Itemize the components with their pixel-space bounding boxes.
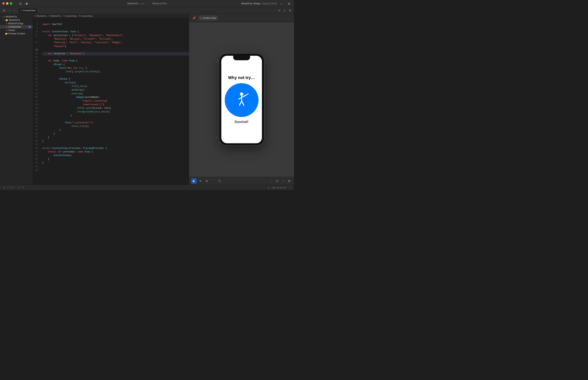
zoom-in-button[interactable]: ＋ <box>281 178 286 184</box>
ln-10: 10 <box>33 30 38 34</box>
author-highlight-button[interactable]: ⇥ <box>276 8 281 13</box>
code-31 <box>42 117 189 121</box>
preview-pin-button[interactable]: 📌 <box>191 15 197 21</box>
preview-info-button[interactable]: ⓘ <box>217 178 222 184</box>
preview-grid-button[interactable]: ⊞ <box>204 178 209 184</box>
zoom-out-button[interactable]: － <box>268 178 274 184</box>
code-34: } <box>42 128 189 132</box>
code-editor[interactable]: 7 8 9 10 11 12 12 12 13 14 15 16 17 18 1… <box>33 18 189 185</box>
ln-21: 21 <box>33 77 38 81</box>
bc-icon3: S <box>63 15 65 17</box>
ln-29: 29 <box>33 106 38 110</box>
statusbar-right: Line: 13 Col: 30 ⊡ <box>268 186 292 189</box>
code-17: Text("Why not try…") <box>42 66 189 70</box>
ln-44: 44 <box>33 161 38 165</box>
ln-22: 22 <box>33 81 38 85</box>
bc-item4[interactable]: ContentView <box>81 15 93 17</box>
code-8: import SwiftUI <box>42 23 189 26</box>
split-view-button[interactable]: ⊞ <box>286 1 292 6</box>
code-9 <box>42 26 189 30</box>
preview-duplicate-button[interactable]: ⧉ <box>198 178 203 184</box>
code-14 <box>42 56 189 59</box>
status-dot <box>268 187 269 188</box>
sidebar-item-whynottry-root[interactable]: ▾ ◻ WhyNotTry <box>0 15 33 19</box>
app-circle <box>225 83 259 117</box>
app-sport-name: Baseball! <box>234 120 248 124</box>
code-36: } <box>42 136 189 139</box>
bc-item2[interactable]: WhyNotTry <box>51 15 61 17</box>
status-time: Today at 18:58 <box>262 2 277 5</box>
tab-contentview[interactable]: S ContentView <box>19 8 38 13</box>
preview-title-button[interactable]: ◻ Content View <box>198 15 218 21</box>
statusbar-btn2[interactable]: ⊞ <box>21 186 25 189</box>
iphone-screen: Why not try… <box>221 56 262 143</box>
tab-bar: S ContentView <box>18 8 38 13</box>
preview-bottom-bar: ▶ ⧉ ⊞ 📱 ⓘ － ⊡ ＋ ⊠ <box>189 177 294 185</box>
ln-42: 42 <box>33 154 38 157</box>
add-tab-button[interactable]: + <box>279 1 284 6</box>
sidebar-item-whynottryapp[interactable]: S WhyNotTryApp <box>0 22 33 25</box>
sidebar-item-contentview[interactable]: S ContentView M <box>0 25 33 29</box>
sidebar-item-assets[interactable]: ◈ Assets <box>0 29 33 32</box>
close-button[interactable] <box>2 2 5 5</box>
preview-play-button[interactable]: ▶ <box>191 178 197 184</box>
filter-icon: ⊙ <box>7 186 8 189</box>
bc-icon1: S <box>34 15 36 17</box>
code-11c: "Fencing", "Golf", "Hiking", "Lacrosse",… <box>42 41 189 44</box>
statusbar-left: + ⊙ Filter <box>2 186 14 189</box>
minimap-button[interactable]: ≡ <box>282 8 287 13</box>
ln-39: 39 <box>33 143 38 146</box>
baseball-figure-icon <box>232 91 251 110</box>
statusbar-btn1[interactable]: ⊡ <box>17 186 20 189</box>
code-18: .font(.largeTitle.bold()) <box>42 70 189 74</box>
preview-device-button[interactable]: 📱 <box>210 178 216 184</box>
code-7 <box>42 19 189 23</box>
code-21: Circle() <box>42 81 189 85</box>
inspector-button[interactable]: ⊟ <box>288 8 292 13</box>
toolbar-left: ⊞ ‹ › <box>1 8 17 13</box>
ln-8: 8 <box>33 23 38 26</box>
sidebar-item-preview-content[interactable]: › 📁 Preview Content <box>0 32 33 35</box>
code-28: .font(.system(size: 144)) <box>42 106 189 110</box>
sidebar-label-preview: Preview Content <box>8 32 25 35</box>
minimize-button[interactable] <box>6 2 8 5</box>
chevron-down-icon2: ▾ <box>4 19 5 21</box>
group-folder-icon: 📁 <box>5 19 8 21</box>
content-view-icon: ◻ <box>200 17 202 19</box>
bc-item1[interactable]: WhyNotTry <box>37 15 47 17</box>
code-11d: "Squash"] <box>42 45 189 48</box>
titlebar-right: WhyNotTry: Ready | Today at 18:58 + ⊞ <box>241 1 292 6</box>
run-button[interactable]: ▶ <box>25 1 29 6</box>
assets-icon: ◈ <box>6 29 7 32</box>
code-43: } <box>42 161 189 165</box>
sidebar-toggle-button[interactable]: ⊞ <box>18 1 23 6</box>
sidebar-item-whynottry-group[interactable]: ▾ 📁 WhyNotTry <box>0 19 33 22</box>
code-10: struct ContentView: View { <box>42 30 189 34</box>
nav-forward-button[interactable]: › <box>12 8 17 13</box>
add-file-button[interactable]: + <box>2 186 6 189</box>
ln-40: 40 <box>33 147 38 150</box>
sidebar-label-root: WhyNotTry <box>6 15 17 18</box>
preview-folder-icon: 📁 <box>5 33 8 35</box>
bc-item3[interactable]: ContentView <box>65 15 77 17</box>
grid-view-button[interactable]: ⊞ <box>1 8 6 13</box>
bc-icon4: S <box>79 15 80 17</box>
ln-20: 20 <box>33 74 38 77</box>
zoom-actual-button[interactable]: ⊠ <box>286 178 292 184</box>
code-30: ) <box>42 114 189 117</box>
ln-26: 26 <box>33 95 38 99</box>
maximize-button[interactable] <box>10 2 12 5</box>
tab-swift-icon: S <box>20 9 22 12</box>
zoom-fit-button[interactable]: ⊡ <box>274 178 280 184</box>
breadcrumb: S WhyNotTry › S WhyNotTry › S ContentVie… <box>33 14 189 18</box>
statusbar-expand-button[interactable]: ⊡ <box>288 186 292 189</box>
code-16: VStack { <box>42 63 189 66</box>
preview-bottom-left: ▶ ⧉ ⊞ 📱 ⓘ <box>191 178 222 184</box>
nav-back-button[interactable]: ‹ <box>7 8 12 13</box>
modified-badge: M <box>28 26 31 28</box>
ln-32: 32 <box>33 117 38 121</box>
titlebar: ⊞ ▶ WhyNotTry main › 📱 iPhone 14 Pro Why… <box>0 0 294 7</box>
code-38 <box>42 143 189 146</box>
filter-label: Filter <box>10 187 14 189</box>
ln-25: 25 <box>33 92 38 95</box>
